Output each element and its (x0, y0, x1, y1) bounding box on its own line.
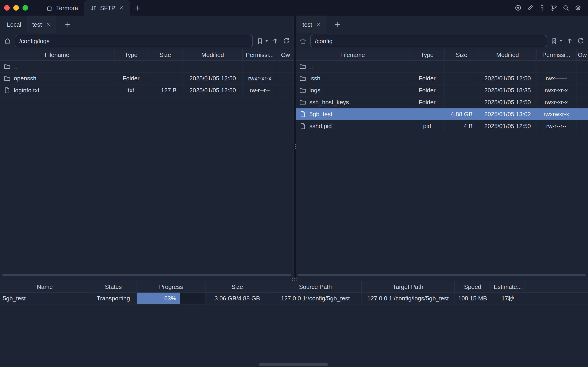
file-row-loginfo[interactable]: loginfo.txt txt 127 B 2025/01/05 12:50 r… (0, 84, 294, 96)
tab-termora-label: Termora (56, 4, 78, 11)
cell-owner (277, 61, 294, 72)
search-icon[interactable] (562, 4, 570, 11)
right-refresh-button[interactable] (577, 37, 584, 45)
new-window-tab-button[interactable] (130, 0, 146, 16)
left-pane: Local test (0, 16, 294, 277)
left-new-tab-button[interactable] (61, 16, 75, 33)
column-header-name[interactable]: Name (0, 281, 90, 292)
tab-test-right[interactable]: test (298, 16, 326, 33)
column-header-estimate[interactable]: Estimate... (491, 281, 525, 292)
column-header-speed[interactable]: Speed (455, 281, 491, 292)
column-header-progress[interactable]: Progress (137, 281, 205, 292)
close-icon[interactable] (45, 22, 51, 27)
zoom-window-button[interactable] (23, 5, 28, 11)
right-horizontal-scrollbar[interactable] (298, 274, 586, 276)
left-file-list: .. openssh Folder 2025/01/05 12:50 (0, 61, 294, 277)
branch-icon[interactable] (550, 4, 558, 11)
cell-owner (577, 96, 588, 108)
file-row-parent[interactable]: .. (296, 61, 588, 73)
close-icon[interactable] (316, 22, 321, 27)
column-header-size[interactable]: Size (444, 49, 479, 60)
left-path-input[interactable] (15, 35, 253, 47)
left-refresh-button[interactable] (283, 37, 290, 45)
file-row-ssh-host-keys[interactable]: ssh_host_keys Folder 2025/01/05 12:50 rw… (296, 96, 588, 108)
tab-termora[interactable]: Termora (40, 0, 84, 16)
cell-filename: logs (296, 84, 410, 96)
cell-size: 4.88 GB (444, 108, 479, 120)
cell-owner (277, 84, 294, 96)
column-header-target-path[interactable]: Target Path (362, 281, 455, 292)
column-header-modified[interactable]: Modified (183, 49, 243, 60)
file-row-sshd-pid[interactable]: sshd.pid pid 4 B 2025/01/05 12:50 rw-r--… (296, 120, 588, 132)
file-row-logs[interactable]: logs Folder 2025/01/05 18:35 rwxr-xr-x (296, 84, 588, 96)
cell-permissions: rw-r--r-- (537, 120, 577, 132)
file-panes: Local test (0, 16, 588, 277)
tab-test-right-label: test (303, 21, 312, 28)
column-header-type[interactable]: Type (114, 49, 148, 60)
tab-test-left[interactable]: test (27, 16, 56, 33)
filename-label: ssh_host_keys (309, 99, 349, 106)
close-window-button[interactable] (4, 5, 10, 11)
bottom-horizontal-scrollbar[interactable] (259, 363, 328, 366)
column-header-modified[interactable]: Modified (479, 49, 537, 60)
plus-icon (64, 21, 71, 28)
column-header-size[interactable]: Size (205, 281, 269, 292)
cell-type (410, 108, 444, 120)
column-header-owner[interactable]: Ow (577, 49, 588, 60)
right-path-input[interactable] (310, 35, 547, 47)
left-parent-dir-button[interactable] (272, 37, 279, 45)
chevron-down-icon[interactable] (560, 40, 562, 42)
pane-splitter[interactable] (294, 16, 296, 277)
tab-sftp[interactable]: SFTP (84, 0, 130, 16)
right-new-tab-button[interactable] (331, 16, 345, 33)
column-header-type[interactable]: Type (410, 49, 444, 60)
column-header-permissions[interactable]: Permissi... (537, 49, 577, 60)
home-icon (4, 37, 11, 45)
cell-filename: .ssh (296, 73, 410, 84)
column-header-filename[interactable]: Filename (296, 49, 410, 60)
cell-modified: 2025/01/05 12:50 (479, 96, 537, 108)
right-home-button[interactable] (299, 37, 307, 45)
transfer-panel-splitter[interactable] (0, 277, 588, 281)
cell-filename: openssh (0, 73, 114, 84)
column-header-filename[interactable]: Filename (0, 49, 114, 60)
column-header-status[interactable]: Status (90, 281, 137, 292)
edit-icon[interactable] (526, 4, 534, 11)
cell-permissions: rw-r--r-- (243, 84, 277, 96)
filename-label: logs (309, 87, 320, 94)
transfer-row-5gb-test[interactable]: 5gb_test Transporting 63% 3.06 GB/4.88 G… (0, 292, 588, 305)
left-bookmark-button[interactable] (256, 37, 268, 44)
left-horizontal-scrollbar[interactable] (2, 274, 291, 276)
cell-transfer-name: 5gb_test (0, 292, 90, 304)
cell-type: Folder (410, 84, 444, 96)
right-bookmark-button[interactable] (551, 37, 562, 44)
column-header-permissions[interactable]: Permissi... (243, 49, 277, 60)
transfer-table-header: Name Status Progress Size Source Path Ta… (0, 281, 588, 292)
left-home-button[interactable] (4, 37, 11, 45)
folder-icon (299, 63, 306, 70)
file-row-parent[interactable]: .. (0, 61, 294, 73)
key-icon[interactable] (538, 4, 546, 11)
column-header-size[interactable]: Size (148, 49, 183, 60)
cell-transfer-estimate: 17秒 (491, 292, 525, 304)
chevron-down-icon[interactable] (265, 40, 268, 42)
cell-size (444, 84, 479, 96)
column-header-source-path[interactable]: Source Path (269, 281, 362, 292)
file-row-5gb-test-selected[interactable]: 5gb_test 4.88 GB 2025/01/05 13:02 rwxrwx… (296, 108, 588, 120)
tab-local[interactable]: Local (2, 16, 26, 33)
transfer-panel: Name Status Progress Size Source Path Ta… (0, 281, 588, 305)
minimize-window-button[interactable] (13, 5, 19, 11)
cell-transfer-progress: 63% (137, 292, 205, 304)
cell-permissions: rwxrwxr-x (537, 108, 577, 120)
right-parent-dir-button[interactable] (566, 37, 573, 45)
close-icon[interactable] (119, 5, 124, 11)
cell-owner (577, 73, 588, 84)
column-header-owner[interactable]: Ow (277, 49, 294, 60)
file-row-openssh[interactable]: openssh Folder 2025/01/05 12:50 rwxr-xr-… (0, 73, 294, 84)
settings-gear-icon[interactable] (574, 4, 581, 11)
filename-label: openssh (14, 75, 36, 82)
record-icon[interactable] (514, 4, 522, 11)
cell-modified: 2025/01/05 18:35 (479, 84, 537, 96)
cell-size (444, 96, 479, 108)
file-row-ssh[interactable]: .ssh Folder 2025/01/05 12:50 rwx------ (296, 73, 588, 84)
